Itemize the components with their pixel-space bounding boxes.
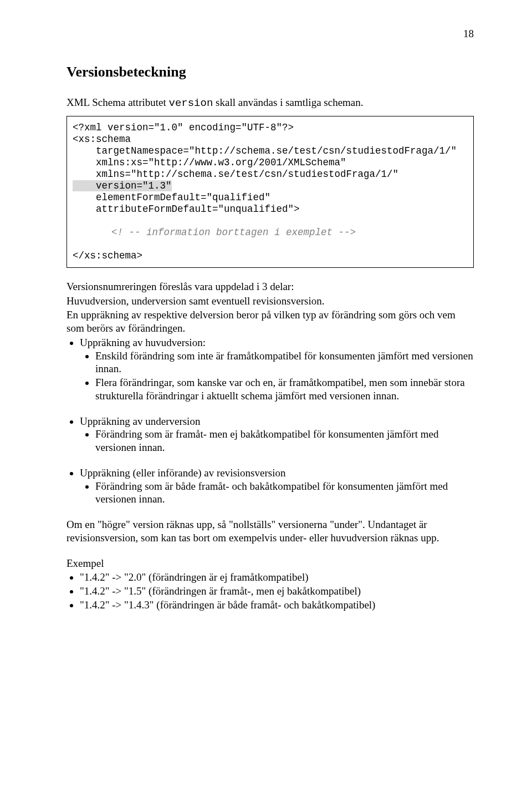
example-list: "1.4.2" -> "2.0" (förändringen är ej fra… [66,571,474,611]
paragraph: Huvudversion, underversion samt eventuel… [66,295,474,308]
document-page: 18 Versionsbeteckning XML Schema attribu… [0,0,532,657]
list-item: Uppräkning av underversion Förändring so… [80,415,474,454]
code-line: xmlns:xs="http://www.w3.org/2001/XMLSche… [73,157,346,168]
code-line: elementFormDefault="qualified" [73,192,270,203]
list-item: Flera förändringar, som kanske var och e… [95,376,474,403]
page-number: 18 [463,28,474,40]
code-line: <?xml version="1.0" encoding="UTF-8"?> [73,122,294,133]
bullet-list-revisionsversion: Uppräkning (eller införande) av revision… [66,466,474,506]
code-line: </xs:schema> [73,250,142,261]
code-comment: <! -- information borttagen i exemplet -… [111,227,356,238]
code-line-highlight: version="1.3" [96,180,172,191]
code-line: targetNamespace="http://schema.se/test/c… [73,145,457,156]
code-line: xmlns="http://schema.se/test/csn/studies… [73,169,398,180]
bullet-list-huvudversion: Uppräkning av huvudversion: Enskild förä… [66,336,474,403]
intro-text-pre: XML Schema attributet [66,97,169,108]
list-item: Uppräkning (eller införande) av revision… [80,466,474,506]
inner-list: Förändring som är framåt- men ej bakåtko… [80,428,474,454]
list-item: Förändring som är framåt- men ej bakåtko… [95,428,474,454]
list-item-label: Uppräkning av underversion [80,415,200,427]
list-item-label: Uppräkning (eller införande) av revision… [80,467,285,479]
inner-list: Enskild förändring som inte är framåtkom… [80,349,474,403]
list-item: "1.4.2" -> "1.5" (förändringen är framåt… [80,585,474,598]
intro-paragraph: XML Schema attributet version skall anvä… [66,96,474,110]
paragraph: En uppräkning av respektive delversion b… [66,308,474,335]
code-line: <xs:schema [73,134,131,145]
list-item: Uppräkning av huvudversion: Enskild förä… [80,336,474,403]
section-heading: Versionsbeteckning [66,64,474,80]
intro-text-post: skall användas i samtliga scheman. [213,97,363,108]
code-line: attributeFormDefault="unqualified"> [73,204,300,215]
paragraph: Om en "högre" version räknas upp, så "no… [66,518,474,545]
list-item: "1.4.2" -> "2.0" (förändringen är ej fra… [80,571,474,584]
list-item: "1.4.2" -> "1.4.3" (förändringen är både… [80,598,474,612]
code-example-box: <?xml version="1.0" encoding="UTF-8"?> <… [66,116,474,268]
paragraph: Versionsnumreringen föreslås vara uppdel… [66,280,474,293]
bullet-list-underversion: Uppräkning av underversion Förändring so… [66,415,474,454]
list-item-label: Uppräkning av huvudversion: [80,337,206,348]
list-item: Förändring som är både framåt- och bakåt… [95,480,474,506]
code-line-highlight-pre [73,180,96,191]
inner-list: Förändring som är både framåt- och bakåt… [80,480,474,506]
example-heading: Exempel [66,557,474,570]
list-item: Enskild förändring som inte är framåtkom… [95,349,474,376]
intro-code-word: version [169,97,213,109]
